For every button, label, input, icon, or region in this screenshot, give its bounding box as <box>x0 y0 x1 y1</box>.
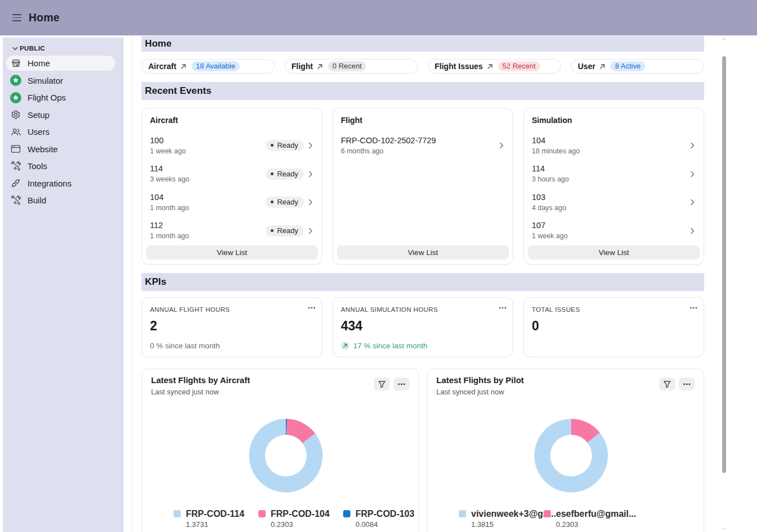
legend-item[interactable]: FRP-COD-114 1.3731 <box>174 509 244 529</box>
sidebar-section-public[interactable]: PUBLIC <box>6 41 115 56</box>
kpi-menu-button[interactable] <box>305 303 318 312</box>
chart-menu-button[interactable] <box>679 378 695 390</box>
star-badge-icon <box>10 75 21 86</box>
sidebar-item-label: Integrations <box>28 179 71 188</box>
recent-events-card-aircraft: Aircraft 100 1 week ago Ready 114 3 week… <box>142 108 322 265</box>
event-name: 114 <box>532 164 690 174</box>
kpi-menu-button[interactable] <box>496 303 509 312</box>
app-title: Home <box>29 11 60 24</box>
kpi-row: ANNUAL FLIGHT HOURS 2 0 % since last mon… <box>142 297 704 357</box>
kpi-delta: 17 % since last month <box>341 342 427 350</box>
chevron-right-icon <box>690 228 695 234</box>
chart-card-aircraft: Latest Flights by Aircraft Last synced j… <box>142 369 419 532</box>
scrollbar-thumb[interactable] <box>722 56 726 473</box>
legend-swatch <box>258 510 266 517</box>
event-name: 100 <box>150 136 266 145</box>
event-row[interactable]: FRP-COD-102-2502-7729 6 months ago <box>341 131 508 160</box>
event-row[interactable]: 112 1 month ago Ready <box>150 217 317 245</box>
stat-card-aircraft[interactable]: Aircraft 18 Available <box>142 59 275 74</box>
chevron-right-icon <box>499 142 504 149</box>
chart-legend: vivienweek+3@gm... 1.3815 esefberfu@gmai… <box>427 506 704 532</box>
status-dot-icon <box>271 172 273 175</box>
chart-filter-button[interactable] <box>374 378 390 390</box>
sidebar-item-build[interactable]: Build <box>6 193 115 208</box>
event-row[interactable]: 104 1 month ago Ready <box>150 188 317 217</box>
chart-subtitle: Last synced just now <box>436 388 504 396</box>
menu-icon[interactable] <box>12 14 21 21</box>
donut-chart[interactable] <box>142 419 418 493</box>
event-row[interactable]: 100 1 week ago Ready <box>150 131 317 160</box>
stat-card-flight-issues[interactable]: Flight Issues 52 Recent <box>428 59 561 74</box>
kpi-menu-button[interactable] <box>687 303 700 312</box>
view-list-button[interactable]: View List <box>337 245 509 260</box>
chart-filter-button[interactable] <box>659 378 675 390</box>
sidebar-section-label: PUBLIC <box>20 45 45 52</box>
sidebar-item-setup[interactable]: Setup <box>6 107 115 122</box>
sidebar-item-flight-ops[interactable]: Flight Ops <box>6 90 115 105</box>
sidebar-item-website[interactable]: Website <box>6 142 115 157</box>
stat-card-user[interactable]: User 8 Active <box>571 59 704 74</box>
sidebar-item-users[interactable]: Users <box>6 124 115 139</box>
event-time: 4 days ago <box>532 204 690 212</box>
sidebar-item-label: Home <box>28 58 50 68</box>
chart-subtitle: Last synced just now <box>151 388 219 396</box>
chevron-right-icon <box>499 142 504 149</box>
kpi-value: 434 <box>341 319 362 334</box>
kpis-heading: KPIs <box>145 276 166 288</box>
sidebar-item-simulator[interactable]: Simulator <box>6 73 115 88</box>
donut-chart[interactable] <box>427 419 704 493</box>
sidebar-item-integrations[interactable]: Integrations <box>6 176 115 191</box>
chevron-right-icon <box>690 142 695 149</box>
more-options-icon <box>690 307 697 309</box>
event-row[interactable]: 114 3 hours ago <box>532 160 699 189</box>
chevron-right-icon <box>690 171 695 178</box>
event-card-title: Flight <box>341 116 362 125</box>
chart-title: Latest Flights by Pilot <box>436 375 524 385</box>
event-row[interactable]: 114 3 weeks ago Ready <box>150 160 317 189</box>
legend-item[interactable]: esefberfu@gmail... 0.2303 <box>544 509 636 529</box>
scrollbar[interactable] <box>722 35 727 532</box>
arrow-up-right-icon <box>180 63 186 70</box>
legend-swatch <box>343 510 350 517</box>
scroll-up-icon <box>722 37 727 40</box>
app-window: Home PUBLIC Home Simulator Flight Ops Se… <box>0 0 757 532</box>
view-list-button[interactable]: View List <box>528 245 700 260</box>
kpi-card-annual-flight-hours: ANNUAL FLIGHT HOURS 2 0 % since last mon… <box>142 297 322 357</box>
event-time: 6 months ago <box>341 147 499 156</box>
event-row[interactable]: 103 4 days ago <box>532 188 699 217</box>
scroll-down-icon <box>722 528 727 531</box>
stat-card-flight[interactable]: Flight 0 Recent <box>285 59 418 74</box>
chevron-right-icon <box>308 171 313 178</box>
sidebar-item-label: Build <box>28 195 46 205</box>
event-time: 3 hours ago <box>532 175 690 184</box>
more-options-icon <box>308 307 316 309</box>
event-name: FRP-COD-102-2502-7729 <box>341 136 499 145</box>
chart-menu-button[interactable] <box>394 378 409 390</box>
chevron-right-icon <box>308 228 313 234</box>
legend-item[interactable]: FRP-COD-103 0.0084 <box>343 509 414 529</box>
sidebar-item-label: Website <box>28 144 58 154</box>
event-time: 3 weeks ago <box>150 175 266 184</box>
stat-badge: 8 Active <box>610 61 645 71</box>
sidebar-item-label: Tools <box>28 161 47 171</box>
sidebar-item-home[interactable]: Home <box>6 56 115 71</box>
legend-item[interactable]: FRP-COD-104 0.2303 <box>258 509 330 529</box>
event-row[interactable]: 107 1 week ago <box>532 217 699 245</box>
sidebar: PUBLIC Home Simulator Flight Ops Setup U… <box>3 38 124 532</box>
event-row[interactable]: 104 18 minutes ago <box>532 131 699 160</box>
users-icon <box>10 126 21 138</box>
status-dot-icon <box>271 144 273 147</box>
event-name: 104 <box>150 193 266 202</box>
chevron-down-icon <box>12 47 18 51</box>
section-header-recent-events: Recent Events <box>142 82 704 100</box>
event-name: 103 <box>532 193 690 202</box>
sidebar-item-tools[interactable]: Tools <box>6 158 115 174</box>
sidebar-item-label: Users <box>28 127 49 137</box>
event-time: 1 week ago <box>532 232 690 240</box>
chevron-right-icon <box>308 199 313 206</box>
content-left-divider <box>131 35 132 532</box>
stat-label: User <box>578 62 595 71</box>
chevron-right-icon <box>690 171 695 178</box>
legend-value: 0.2303 <box>556 521 636 529</box>
view-list-button[interactable]: View List <box>146 245 318 260</box>
